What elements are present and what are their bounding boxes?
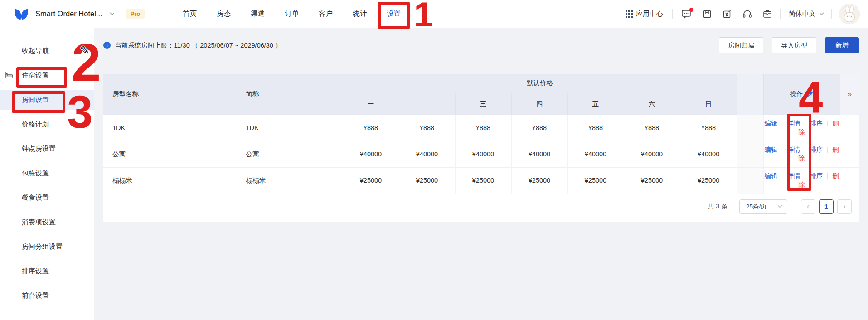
sidebar-item-price-plan[interactable]: 价格计划	[0, 114, 94, 135]
room-attribution-button[interactable]: 房间归属	[719, 37, 763, 53]
spacer-cell	[737, 115, 763, 141]
expand-columns-icon[interactable]: »	[840, 74, 859, 115]
notification-dot	[689, 8, 693, 12]
action-cell: 编辑详情排序删除	[763, 167, 840, 194]
table-row: 1DK 1DK ¥888 ¥888 ¥888 ¥888 ¥888 ¥888 ¥8…	[103, 115, 859, 141]
expand-cell	[840, 167, 859, 194]
sidebar-item-label: 前台设置	[22, 291, 49, 300]
price-cell: ¥40000	[343, 141, 399, 167]
nav-room-status[interactable]: 房态	[217, 9, 231, 19]
price-cell: ¥888	[680, 115, 737, 141]
messages-icon[interactable]	[682, 10, 692, 19]
add-new-button[interactable]: 新增	[825, 37, 859, 53]
action-header-label: 操作	[790, 90, 803, 98]
table-row: 榻榻米 榻榻米 ¥25000 ¥25000 ¥25000 ¥25000 ¥250…	[103, 167, 859, 194]
app-center-button[interactable]: 应用中心	[626, 10, 663, 18]
room-limit-banner: i 当前系统房间上限：11/30 （ 2025/06/07 ~ 2029/06/…	[103, 41, 281, 50]
brand[interactable]: Smart Order Hotel... Pro	[13, 5, 145, 23]
divider	[782, 173, 782, 179]
divider	[831, 9, 832, 19]
chevron-down-icon	[777, 205, 782, 208]
price-cell: ¥25000	[680, 167, 737, 194]
chevron-down-icon[interactable]	[110, 12, 115, 15]
billing-yen-icon[interactable]	[723, 10, 732, 19]
divider	[805, 121, 805, 126]
page-1-button[interactable]: 1	[819, 199, 834, 214]
sidebar-item-lodging-settings[interactable]: 住宿设置 2	[0, 65, 94, 86]
sidebar-item-room-settings[interactable]: 房间设置 3	[0, 90, 94, 110]
page-size-select[interactable]: 25条/页	[739, 199, 787, 214]
spacer-column	[737, 74, 763, 115]
price-cell: ¥888	[567, 115, 624, 141]
sidebar-item-label: 收起导航	[22, 47, 49, 55]
spacer-cell	[737, 141, 763, 167]
room-short-name: 榻榻米	[237, 167, 343, 194]
import-room-type-button[interactable]: 导入房型	[772, 37, 816, 53]
grid-icon	[626, 10, 633, 18]
prev-page-button[interactable]: ‹	[801, 199, 815, 214]
bookmark-icon[interactable]	[703, 10, 712, 19]
room-type-name: 公寓	[103, 141, 237, 167]
nav-orders[interactable]: 订单	[285, 9, 299, 19]
edit-link[interactable]: 编辑	[764, 172, 777, 179]
detail-link[interactable]: 详情	[787, 120, 800, 127]
room-short-name: 公寓	[237, 141, 343, 167]
pro-badge: Pro	[126, 9, 145, 19]
price-cell: ¥888	[511, 115, 567, 141]
edit-link[interactable]: 编辑	[764, 120, 777, 127]
wallet-icon[interactable]	[763, 10, 772, 19]
price-cell: ¥40000	[680, 141, 737, 167]
divider	[155, 9, 155, 19]
nav-home[interactable]: 首页	[183, 9, 197, 19]
sort-link[interactable]: 排序	[810, 146, 823, 153]
support-headset-icon[interactable]	[742, 10, 752, 19]
nav-channels[interactable]: 渠道	[251, 9, 265, 19]
pagination: 共 3 条 25条/页 ‹ 1 ›	[103, 194, 859, 222]
chevron-down-icon	[819, 12, 824, 15]
room-type-table-card: 房型名称 简称 默认价格 操作	[103, 74, 859, 222]
sidebar-item-hourly-room[interactable]: 钟点房设置	[0, 139, 94, 159]
next-page-button[interactable]: ›	[837, 199, 852, 214]
price-cell: ¥888	[455, 115, 511, 141]
sidebar-item-whole-building[interactable]: 包栋设置	[0, 163, 94, 184]
nav-statistics[interactable]: 统计	[353, 9, 367, 19]
info-icon: i	[103, 42, 111, 49]
col-header-room-type: 房型名称	[103, 74, 237, 115]
sidebar-item-room-group[interactable]: 房间分组设置	[0, 237, 94, 257]
pin-icon[interactable]	[807, 91, 814, 97]
nav-settings[interactable]: 设置 1	[387, 9, 401, 19]
utility-icons	[682, 10, 772, 19]
nav-customers[interactable]: 客户	[319, 9, 333, 19]
topbar-right: 应用中心	[626, 4, 860, 24]
hotel-name[interactable]: Smart Order Hotel...	[35, 10, 102, 18]
sidebar: 收起导航 住宿设置 2 房间设置 3 价格计划 钟点房设置 包栋设置 餐食设置 …	[0, 28, 94, 320]
expand-cell	[840, 115, 859, 141]
sidebar-item-sort-settings[interactable]: 排序设置	[0, 261, 94, 281]
day-header-fri: 五	[567, 93, 624, 115]
sidebar-item-label: 房间分组设置	[22, 242, 63, 251]
price-cell: ¥888	[624, 115, 680, 141]
page-size-value: 25条/页	[746, 203, 767, 211]
sidebar-collapse-nav[interactable]: 收起导航	[0, 41, 94, 61]
user-avatar[interactable]	[839, 4, 860, 24]
detail-link[interactable]: 详情	[787, 146, 800, 153]
spacer-cell	[737, 167, 763, 194]
annotation-number-1: 1	[414, 0, 433, 32]
language-selector[interactable]: 简体中文	[789, 10, 824, 18]
app-window: Smart Order Hotel... Pro 首页 房态 渠道 订单 客户 …	[0, 0, 868, 320]
col-header-short-name: 简称	[237, 74, 343, 115]
edit-link[interactable]: 编辑	[764, 146, 777, 153]
price-cell: ¥25000	[455, 167, 511, 194]
sidebar-item-front-desk[interactable]: 前台设置	[0, 286, 94, 306]
room-type-name: 榻榻米	[103, 167, 237, 194]
sidebar-item-label: 消费项设置	[22, 218, 56, 227]
sort-link[interactable]: 排序	[810, 120, 823, 127]
sidebar-item-meal-settings[interactable]: 餐食设置	[0, 188, 94, 208]
detail-link[interactable]: 详情	[787, 172, 800, 179]
price-cell: ¥25000	[343, 167, 399, 194]
price-cell: ¥888	[343, 115, 399, 141]
room-type-name: 1DK	[103, 115, 237, 141]
room-limit-text: 当前系统房间上限：11/30 （ 2025/06/07 ~ 2029/06/30…	[115, 41, 281, 50]
sort-link[interactable]: 排序	[810, 172, 823, 179]
sidebar-item-consumption[interactable]: 消费项设置	[0, 212, 94, 233]
